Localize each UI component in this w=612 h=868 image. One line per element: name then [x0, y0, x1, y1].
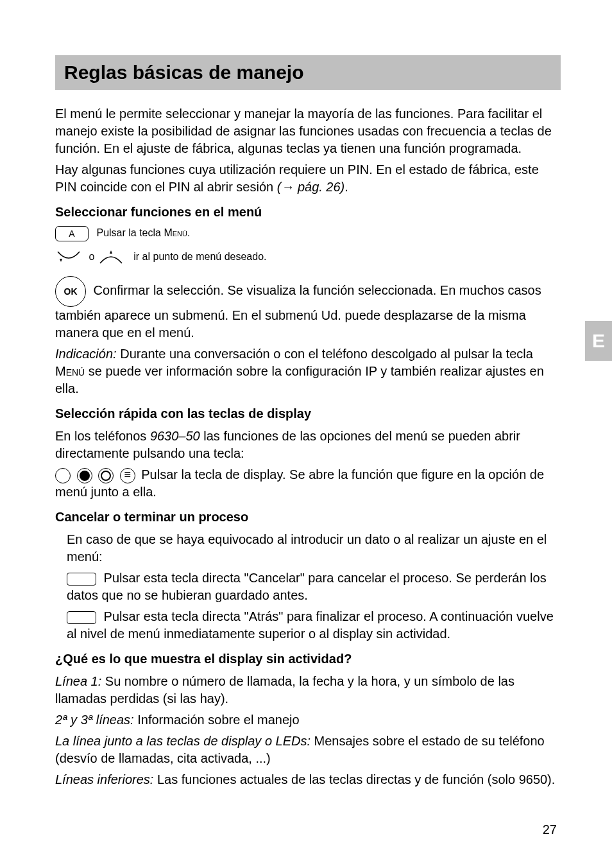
idle-linf-label: Líneas inferiores: [55, 772, 153, 786]
rocker-up-icon [98, 248, 124, 267]
quick-p1a: En los teléfonos [55, 429, 150, 443]
intro2-text-c: . [344, 180, 348, 194]
section-head-cancel: Cancelar o terminar un proceso [55, 508, 561, 526]
title-bar: Reglas básicas de manejo [55, 55, 561, 90]
display-key-filled-icon [77, 468, 92, 483]
section-head-idle: ¿Qué es lo que muestra el display sin ac… [55, 650, 561, 668]
idle-l23-text: Información sobre el manejo [134, 713, 300, 727]
cancel-p3-text: Pulsar esta tecla directa "Atrás" para f… [67, 609, 554, 641]
step3-text: Confirmar la selección. Se visualiza la … [55, 283, 541, 340]
page-ref: (→ pág. 26) [277, 180, 345, 194]
idle-l23-label: 2ª y 3ª líneas: [55, 713, 134, 727]
note-c: se puede ver información sobre la config… [55, 364, 544, 395]
cancel-p3: Pulsar esta tecla directa "Atrás" para f… [67, 608, 561, 643]
idle-linf-text: Las funciones actuales de las teclas dir… [153, 772, 555, 786]
svg-marker-0 [60, 259, 62, 262]
step1-text-sc: enú [173, 227, 187, 238]
display-key-ring-icon [98, 468, 114, 483]
display-key-empty-icon [55, 468, 71, 483]
softkey-back-icon [67, 611, 96, 624]
idle-lleds-label: La línea junto a las teclas de display o… [55, 734, 310, 748]
step-navigate: o ir al punto de menú deseado. [55, 248, 561, 267]
intro-paragraph-1: El menú le permite seleccionar y manejar… [55, 105, 561, 157]
ok-key-icon: OK [55, 276, 86, 307]
cancel-p2: Pulsar esta tecla directa "Cancelar" par… [67, 569, 561, 604]
section-head-select: Seleccionar funciones en el menú [55, 204, 561, 221]
section-head-quick: Selección rápida con las teclas de displ… [55, 405, 561, 422]
step-press-menu: A Pulsar la tecla Menú. [55, 226, 561, 241]
note-sc: enú [66, 364, 85, 378]
idle-line23: 2ª y 3ª líneas: Información sobre el man… [55, 711, 561, 729]
idle-leds: La línea junto a las teclas de display o… [55, 733, 561, 767]
rocker-down-icon [55, 248, 82, 267]
display-key-bars-icon [120, 468, 135, 483]
quick-p1b: 9630–50 [150, 429, 200, 443]
intro-paragraph-2: Hay algunas funciones cuya utilización r… [55, 161, 561, 196]
idle-linf: Líneas inferiores: Las funciones actuale… [55, 771, 561, 788]
step2-rest: ir al punto de menú deseado. [133, 251, 266, 262]
softkey-cancel-icon [67, 573, 96, 586]
idle-line1: Línea 1: Su nombre o número de llamada, … [55, 673, 561, 707]
indication-note: Indicación: Durante una conversación o c… [55, 345, 561, 397]
cancel-block: En caso de que se haya equivocado al int… [55, 531, 561, 643]
idle-l1-text: Su nombre o número de llamada, la fecha … [55, 674, 514, 706]
step-confirm: OK Confirmar la selección. Se visualiza … [55, 276, 561, 342]
svg-marker-1 [110, 250, 112, 254]
page-title: Reglas básicas de manejo [64, 62, 552, 83]
cancel-p1: En caso de que se haya equivocado al int… [67, 531, 561, 566]
quick-p1: En los teléfonos 9630–50 las funciones d… [55, 428, 561, 462]
page: Reglas básicas de manejo El menú le perm… [0, 0, 612, 868]
menu-key-icon: A [55, 226, 89, 241]
step2-o: o [89, 251, 97, 262]
side-tab: E [585, 321, 612, 361]
cancel-p2-text: Pulsar esta tecla directa "Cancelar" par… [67, 571, 547, 602]
quick-p2: Pulsar la tecla de display. Se abre la f… [55, 466, 561, 501]
step1-text-c: . [187, 227, 190, 238]
step1-text-a: Pulsar la tecla M [96, 227, 172, 238]
page-number: 27 [543, 822, 557, 837]
idle-l1-label: Línea 1: [55, 674, 101, 688]
note-label: Indicación: [55, 347, 117, 361]
